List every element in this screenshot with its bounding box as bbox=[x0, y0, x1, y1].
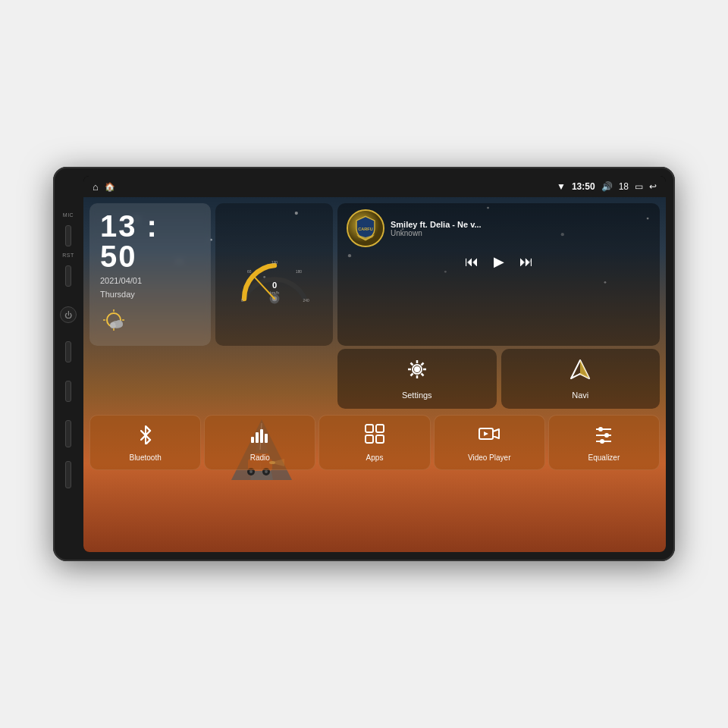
screen: ⌂ 🏠 ▼ 13:50 🔊 18 ▭ ↩ bbox=[83, 176, 666, 552]
svg-point-51 bbox=[414, 366, 420, 372]
clock-time: 13 : 50 bbox=[100, 211, 200, 271]
svg-point-72 bbox=[598, 427, 603, 431]
speedometer-widget: 0 60 120 180 240 0 km/h bbox=[215, 203, 333, 346]
svg-point-76 bbox=[600, 439, 604, 444]
navi-label: Navi bbox=[572, 391, 588, 400]
apps-icon bbox=[364, 423, 385, 449]
music-title: Smiley ft. Delia - Ne v... bbox=[391, 220, 651, 229]
status-bar: ⌂ 🏠 ▼ 13:50 🔊 18 ▭ ↩ bbox=[83, 176, 666, 197]
settings-tile[interactable]: Settings bbox=[337, 349, 497, 409]
volume-value: 18 bbox=[619, 181, 629, 192]
svg-point-36 bbox=[110, 322, 116, 328]
apps-tile[interactable]: Apps bbox=[318, 415, 430, 470]
svg-point-74 bbox=[604, 433, 609, 438]
back-side-button[interactable] bbox=[65, 381, 71, 402]
svg-rect-60 bbox=[251, 437, 254, 443]
svg-rect-65 bbox=[376, 425, 384, 432]
svg-marker-69 bbox=[493, 429, 499, 438]
volume-icon: 🔊 bbox=[601, 181, 613, 192]
time-display: 13:50 bbox=[572, 181, 595, 192]
video-player-label: Video Player bbox=[468, 453, 511, 462]
bluetooth-icon bbox=[135, 423, 156, 449]
svg-text:0: 0 bbox=[271, 281, 276, 290]
settings-navi-row: Settings Navi bbox=[337, 349, 660, 409]
svg-point-37 bbox=[115, 320, 123, 328]
svg-text:180: 180 bbox=[296, 270, 302, 274]
video-player-tile[interactable]: Video Player bbox=[434, 415, 545, 470]
rst-button[interactable] bbox=[65, 265, 71, 287]
app-status-icon: 🏠 bbox=[105, 182, 115, 192]
power-button[interactable]: ⏻ bbox=[60, 306, 77, 323]
svg-rect-63 bbox=[265, 434, 268, 443]
weather-icon bbox=[100, 306, 200, 338]
svg-rect-61 bbox=[256, 432, 259, 443]
bluetooth-label: Bluetooth bbox=[129, 453, 161, 462]
navi-icon bbox=[569, 358, 592, 386]
home-side-button[interactable] bbox=[65, 341, 71, 362]
music-top: CARFU Smiley ft. Delia - Ne v... Unknown bbox=[347, 209, 651, 247]
speedometer-svg: 0 60 120 180 240 0 km/h bbox=[233, 244, 316, 305]
bottom-tiles-row: Bluetooth Radio bbox=[83, 412, 666, 476]
equalizer-label: Equalizer bbox=[588, 453, 620, 462]
radio-tile[interactable]: Radio bbox=[204, 415, 315, 470]
status-left-icons: ⌂ 🏠 bbox=[93, 181, 115, 193]
wifi-icon: ▼ bbox=[557, 181, 566, 192]
home-status-icon: ⌂ bbox=[93, 181, 99, 193]
svg-text:120: 120 bbox=[271, 261, 278, 265]
main-screen: 13 : 50 2021/04/01 Thursday bbox=[83, 197, 666, 552]
navi-tile[interactable]: Navi bbox=[501, 349, 661, 409]
side-controls: MIC RST ⏻ bbox=[53, 167, 83, 561]
rst-label: RST bbox=[62, 253, 74, 258]
back-icon[interactable]: ↩ bbox=[649, 181, 657, 192]
mic-button[interactable] bbox=[65, 225, 71, 246]
video-player-icon bbox=[479, 423, 500, 449]
status-right-info: ▼ 13:50 🔊 18 ▭ ↩ bbox=[557, 181, 657, 192]
svg-rect-64 bbox=[366, 425, 373, 432]
vol-down-button[interactable] bbox=[65, 461, 71, 488]
settings-icon bbox=[406, 358, 428, 386]
clock-date: 2021/04/01 bbox=[100, 276, 200, 285]
equalizer-icon bbox=[593, 423, 614, 449]
top-widgets-row: 13 : 50 2021/04/01 Thursday bbox=[83, 197, 666, 349]
svg-text:CARFU: CARFU bbox=[358, 227, 372, 231]
vol-up-button[interactable] bbox=[65, 420, 71, 447]
next-button[interactable]: ⏭ bbox=[519, 254, 533, 270]
car-head-unit: MIC RST ⏻ ⌂ 🏠 ▼ 13:50 🔊 18 ▭ bbox=[53, 167, 675, 561]
battery-icon: ▭ bbox=[635, 181, 643, 192]
clock-widget: 13 : 50 2021/04/01 Thursday bbox=[89, 203, 211, 346]
date-value: 2021/04/01 bbox=[100, 276, 142, 285]
apps-label: Apps bbox=[366, 453, 384, 462]
svg-marker-70 bbox=[484, 431, 488, 436]
clock-spacer bbox=[89, 349, 211, 409]
music-artist: Unknown bbox=[391, 229, 651, 237]
radio-icon bbox=[249, 423, 271, 449]
radio-label: Radio bbox=[250, 453, 270, 462]
play-button[interactable]: ▶ bbox=[494, 253, 504, 270]
album-art: CARFU bbox=[347, 209, 384, 247]
svg-text:240: 240 bbox=[303, 299, 309, 303]
svg-text:km/h: km/h bbox=[269, 290, 278, 295]
svg-rect-67 bbox=[376, 435, 384, 443]
music-controls[interactable]: ⏮ ▶ ⏭ bbox=[347, 253, 651, 270]
clock-day: Thursday bbox=[100, 290, 200, 299]
settings-label: Settings bbox=[402, 391, 432, 400]
music-widget[interactable]: CARFU Smiley ft. Delia - Ne v... Unknown… bbox=[337, 203, 660, 346]
svg-rect-62 bbox=[260, 429, 263, 443]
equalizer-tile[interactable]: Equalizer bbox=[548, 415, 660, 470]
music-info: Smiley ft. Delia - Ne v... Unknown bbox=[391, 220, 651, 237]
mic-label: MIC bbox=[63, 212, 74, 218]
speedo-spacer bbox=[215, 349, 333, 409]
prev-button[interactable]: ⏮ bbox=[465, 254, 479, 270]
bluetooth-tile[interactable]: Bluetooth bbox=[89, 415, 201, 470]
second-row: Settings Navi bbox=[83, 349, 666, 412]
svg-rect-66 bbox=[366, 435, 373, 443]
svg-text:60: 60 bbox=[247, 270, 252, 274]
svg-text:0: 0 bbox=[241, 298, 243, 303]
